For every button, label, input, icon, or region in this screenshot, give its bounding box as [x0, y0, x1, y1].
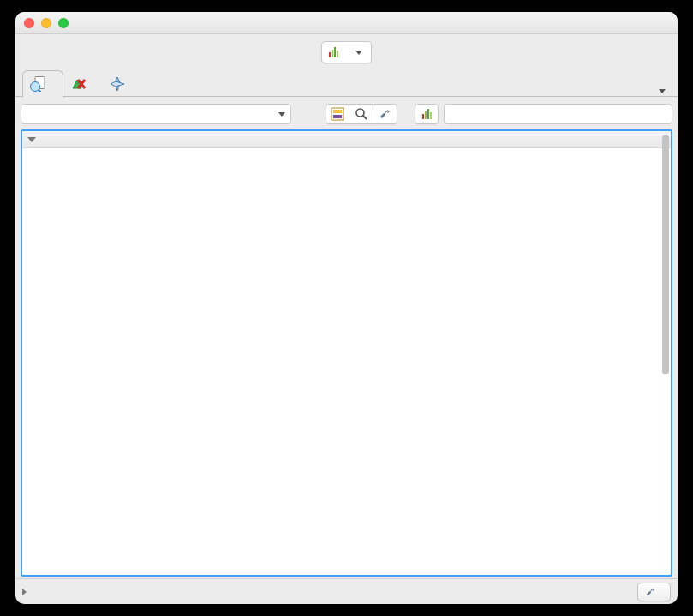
fixups-list-frame — [21, 129, 672, 577]
mode-tabbar — [15, 65, 678, 97]
tab-results[interactable] — [63, 71, 103, 97]
svg-marker-6 — [111, 81, 124, 87]
magnifier-icon — [355, 107, 368, 121]
scrollbar[interactable] — [661, 133, 670, 573]
disclosure-triangle-icon — [22, 589, 27, 595]
minimize-window-button[interactable] — [41, 18, 51, 28]
chevron-down-icon — [355, 51, 362, 55]
category-dropdown[interactable] — [321, 41, 372, 63]
results-icon — [70, 76, 87, 92]
bars-icon — [329, 47, 338, 57]
fixups-list[interactable] — [22, 148, 662, 575]
show-all-button[interactable] — [326, 104, 349, 124]
svg-point-10 — [356, 109, 364, 117]
options-menu[interactable] — [646, 86, 671, 97]
preflight-window — [15, 12, 678, 604]
disclosure-triangle-icon — [27, 137, 36, 142]
show-checks-button[interactable] — [349, 104, 373, 124]
profile-set-select[interactable] — [21, 104, 291, 124]
chevron-down-icon — [278, 112, 285, 117]
svg-rect-8 — [333, 110, 342, 113]
tab-standards[interactable] — [103, 71, 140, 97]
svg-rect-9 — [333, 115, 342, 118]
scroll-thumb[interactable] — [662, 135, 669, 374]
profile-swatch-icon — [331, 107, 344, 121]
profiles-icon — [30, 76, 47, 92]
filter-bar — [15, 97, 678, 129]
close-window-button[interactable] — [24, 18, 34, 28]
svg-line-11 — [363, 116, 367, 119]
category-quick-button[interactable] — [415, 104, 439, 124]
further-options-disclosure[interactable] — [22, 589, 32, 595]
wrench-icon — [379, 107, 392, 121]
standards-icon — [110, 76, 125, 92]
svg-line-2 — [39, 90, 41, 92]
fix-button[interactable] — [637, 583, 671, 601]
titlebar — [15, 12, 678, 34]
zoom-window-button[interactable] — [58, 18, 69, 28]
show-fixups-button[interactable] — [373, 104, 397, 124]
wrench-icon — [645, 586, 657, 598]
footer — [15, 578, 678, 604]
search-input[interactable] — [444, 104, 672, 124]
group-header[interactable] — [22, 131, 671, 148]
view-filter-group — [326, 104, 397, 124]
bars-icon — [422, 109, 432, 119]
tab-profiles[interactable] — [22, 70, 63, 98]
window-controls — [24, 18, 69, 28]
chevron-down-icon — [659, 89, 666, 93]
svg-point-1 — [31, 82, 40, 92]
category-toolbar — [15, 34, 678, 65]
